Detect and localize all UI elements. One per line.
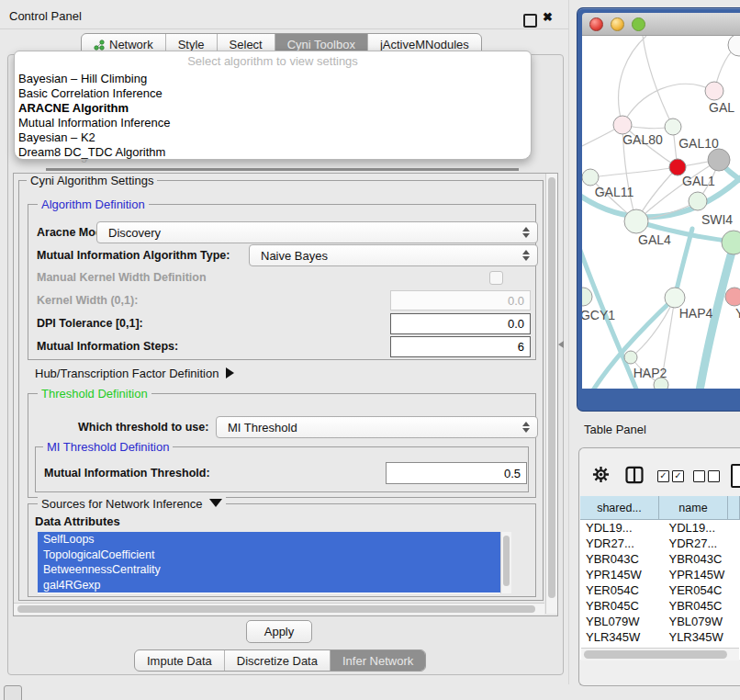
attribute-list-item[interactable]: SelfLoops xyxy=(38,532,500,548)
table-row[interactable]: YBL079WYBL079W xyxy=(580,614,740,629)
network-edge-thick[interactable] xyxy=(675,229,692,298)
network-edge[interactable] xyxy=(590,167,678,177)
close-panel-icon[interactable]: ✖ xyxy=(543,10,553,24)
minimize-window-icon[interactable] xyxy=(611,17,624,31)
node-label: GAL xyxy=(709,100,734,115)
table-header-row: shared... name xyxy=(580,496,740,520)
algorithm-dropdown-placeholder: Select algorithm to view settings xyxy=(15,51,531,72)
node-label: Y xyxy=(735,306,740,321)
float-panel-icon[interactable] xyxy=(523,14,537,28)
network-node[interactable] xyxy=(689,192,707,210)
column-layout-icon[interactable] xyxy=(625,466,644,488)
dpi-tolerance-input[interactable]: 0.0 xyxy=(390,313,531,334)
cyni-settings-legend: Cyni Algorithm Settings xyxy=(27,174,157,187)
network-node[interactable] xyxy=(582,288,592,306)
panel-splitter-handle[interactable] xyxy=(558,341,564,348)
tab-discretize-data[interactable]: Discretize Data xyxy=(224,650,330,671)
table-cell: YPR145W xyxy=(663,568,736,581)
attributes-list-scrollbar[interactable] xyxy=(500,532,511,593)
combo-arrows-icon xyxy=(522,227,530,238)
manual-kernel-width-checkbox[interactable] xyxy=(489,271,503,285)
network-node[interactable] xyxy=(665,119,681,135)
table-cell: 13 xyxy=(736,521,740,535)
dropdown-item[interactable]: Bayesian – Hill Climbing xyxy=(15,72,531,86)
expand-right-icon xyxy=(226,367,234,378)
table-function-icon[interactable] xyxy=(731,464,740,488)
network-edge[interactable] xyxy=(619,36,646,125)
tab-infer-network[interactable]: Infer Network xyxy=(330,650,425,671)
minimized-window-icon[interactable] xyxy=(4,685,22,700)
table-horizontal-scrollbar[interactable] xyxy=(581,648,739,660)
column-header-shared-name[interactable]: shared... xyxy=(580,496,659,519)
table-row[interactable]: YER054CYER054C8. xyxy=(580,582,740,598)
table-cell: YBL079W xyxy=(663,615,736,628)
apply-button[interactable]: Apply xyxy=(246,620,312,643)
dropdown-item[interactable]: Basic Correlation Inference xyxy=(15,86,531,101)
attributes-scroll-thumb[interactable] xyxy=(503,536,510,586)
network-svg: GALGAL80GAL10GAL1GAL11SWI4GAL4GCY1HAP4YH… xyxy=(582,36,740,389)
network-node[interactable] xyxy=(624,209,648,233)
settings-horizontal-scrollbar[interactable] xyxy=(14,603,544,615)
network-node[interactable] xyxy=(624,351,637,364)
attribute-list-item[interactable]: gal4RGexp xyxy=(38,578,500,593)
attribute-list-item[interactable]: BetweennessCentrality xyxy=(38,562,500,578)
network-node[interactable] xyxy=(582,169,599,186)
select-all-checkboxes-icon[interactable]: ✓ ✓ xyxy=(657,470,684,482)
kernel-width-label: Kernel Width (0,1): xyxy=(37,294,138,307)
hub-definition-toggle[interactable]: Hub/Transcription Factor Definition xyxy=(35,367,234,380)
settings-vertical-scrollbar[interactable] xyxy=(545,174,557,614)
network-node[interactable] xyxy=(665,288,685,308)
control-panel-title: Control Panel xyxy=(9,9,82,23)
network-node[interactable] xyxy=(705,82,723,100)
network-node[interactable] xyxy=(708,149,730,171)
close-window-icon[interactable] xyxy=(589,17,603,31)
dropdown-item[interactable]: Bayesian – K2 xyxy=(15,130,531,145)
which-threshold-select[interactable]: MI Threshold xyxy=(216,416,538,438)
aracne-mode-select[interactable]: Discovery xyxy=(96,221,538,243)
panel-right-edge xyxy=(568,0,569,684)
table-row[interactable]: YDR27...YDR27...12 xyxy=(580,536,740,551)
table-row[interactable]: YBR043CYBR043C xyxy=(580,551,740,567)
settings-hscroll-thumb[interactable] xyxy=(17,605,535,613)
table-hscroll-thumb[interactable] xyxy=(584,650,727,659)
table-cell: 9. xyxy=(736,568,740,581)
mi-threshold-input[interactable]: 0.5 xyxy=(386,462,527,484)
table-row[interactable]: YBR045CYBR045C9. xyxy=(580,598,740,614)
network-canvas[interactable]: GALGAL80GAL10GAL1GAL11SWI4GAL4GCY1HAP4YH… xyxy=(582,36,740,389)
table-cell: YER054C xyxy=(663,583,736,597)
kernel-width-input[interactable]: 0.0 xyxy=(390,290,531,310)
mi-algorithm-type-value: Naive Bayes xyxy=(261,249,328,263)
network-edge[interactable] xyxy=(643,36,673,127)
network-window-titlebar[interactable] xyxy=(582,13,740,36)
dropdown-item[interactable]: ARACNE Algorithm xyxy=(15,101,531,116)
network-node[interactable] xyxy=(725,288,740,306)
deselect-all-checkboxes-icon[interactable] xyxy=(693,470,720,482)
attribute-list-item[interactable]: TopologicalCoefficient xyxy=(38,548,500,563)
tab-network-label: Network xyxy=(109,38,153,51)
table-cell: YLR345W xyxy=(580,630,663,644)
dropdown-item[interactable]: Mutual Information Inference xyxy=(15,116,531,130)
node-label: GAL11 xyxy=(595,185,634,199)
table-row[interactable]: YLR345WYLR345W9. xyxy=(580,629,740,645)
mi-steps-input[interactable]: 6 xyxy=(390,336,531,357)
settings-vscroll-thumb[interactable] xyxy=(548,177,555,598)
network-edge[interactable] xyxy=(622,84,714,125)
application-root: Control Panel ✖ Network Style Select Cyn… xyxy=(0,0,740,700)
mi-algorithm-type-select[interactable]: Naive Bayes xyxy=(249,244,538,266)
column-header-name[interactable]: name xyxy=(659,496,728,519)
table-row[interactable]: YPR145WYPR145W9. xyxy=(580,567,740,582)
manual-kernel-width-label: Manual Kernel Width Definition xyxy=(37,271,207,284)
table-settings-gear-icon[interactable] xyxy=(592,466,610,487)
maximize-window-icon[interactable] xyxy=(632,17,645,31)
network-node[interactable] xyxy=(613,116,632,134)
node-label: GAL80 xyxy=(622,132,663,147)
data-attributes-list[interactable]: SelfLoopsTopologicalCoefficientBetweenne… xyxy=(38,532,500,593)
dropdown-item[interactable]: Dream8 DC_TDC Algorithm xyxy=(15,145,531,160)
tab-impute-data[interactable]: Impute Data xyxy=(135,650,224,671)
network-node[interactable] xyxy=(654,378,668,389)
table-row[interactable]: YDL19...YDL19...13 xyxy=(580,520,740,536)
attribute-table[interactable]: shared... name YDL19...YDL19...13YDR27..… xyxy=(580,496,740,660)
column-header-extra[interactable] xyxy=(728,496,740,519)
network-node[interactable] xyxy=(722,231,740,254)
sources-legend[interactable]: Sources for Network Inference xyxy=(38,497,226,511)
